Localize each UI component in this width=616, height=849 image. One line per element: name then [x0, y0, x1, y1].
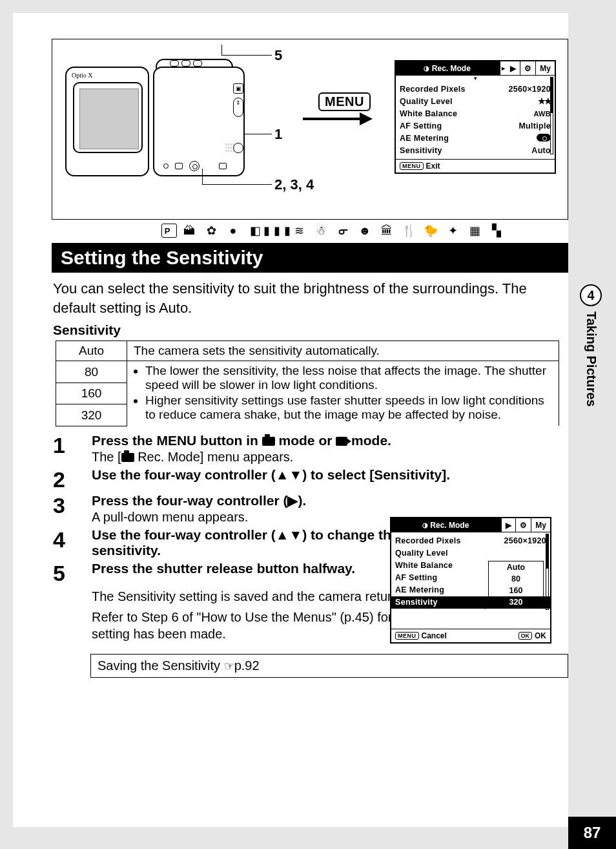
pointer-icon: ☞	[224, 660, 234, 673]
ok-button-icon	[189, 161, 200, 171]
menu-button-label: MENU	[318, 92, 371, 111]
surf-icon: ≋	[293, 224, 309, 238]
video-mode-icon	[336, 437, 347, 446]
museum-icon: 🏛	[381, 224, 396, 238]
camera-mode-icon	[121, 453, 134, 462]
flower-icon: ✿	[205, 224, 221, 238]
frame-icon: ▚	[491, 224, 506, 238]
table-row: Auto	[56, 341, 127, 361]
sport-icon: ᓂ	[337, 224, 353, 238]
callout-5: 5	[274, 47, 282, 64]
arrow-icon	[303, 114, 374, 123]
ae-metering-icon	[537, 134, 551, 142]
food-icon: 🍴	[403, 224, 418, 238]
callout-1: 1	[274, 126, 282, 143]
night-icon: ◧	[249, 224, 265, 238]
table-row: 160	[56, 383, 127, 404]
table-row: 80	[56, 361, 127, 383]
lcd-screen-sensitivity-pulldown: ◑ Rec. Mode ▶ ⚙ My Recorded Pixels2560×1…	[390, 517, 551, 644]
candle-icon: ✦	[447, 224, 462, 238]
kids-icon: ☻	[359, 224, 375, 238]
chapter-label: Taking Pictures	[584, 311, 599, 406]
panorama-icon: ▮▮▮	[271, 224, 287, 238]
section-heading: Setting the Sensitivity	[52, 243, 568, 273]
step-number: 4	[53, 527, 92, 558]
portrait-icon: ●	[227, 224, 243, 238]
page-number: 87	[568, 817, 616, 849]
mode-icon-row: P 🏔 ✿ ● ◧ ▮▮▮ ≋ ☃ ᓂ ☻ 🏛 🍴 🐤 ✦ ▦ ▚	[161, 224, 568, 238]
sensitivity-subhead: Sensitivity	[53, 322, 568, 338]
landscape-icon: 🏔	[183, 224, 199, 238]
mode-dial-icon: ▣	[233, 83, 243, 94]
callout-234: 2, 3, 4	[274, 176, 314, 193]
step-number: 5	[53, 561, 92, 584]
lcd-screen-rec-mode: ◑ Rec. Mode ▸ ▶ ⚙ My ▾ Recorded Pixels25…	[395, 60, 556, 174]
table-row: 320	[56, 404, 127, 426]
sensitivity-table: Auto The camera sets the sensitivity aut…	[56, 341, 559, 426]
intro-text: You can select the sensitivity to suit t…	[53, 279, 563, 317]
step-number: 1	[53, 433, 92, 465]
snow-icon: ☃	[315, 224, 331, 238]
zoom-rocker-icon: ⇕	[233, 98, 243, 117]
left-arrow-icon	[480, 603, 486, 609]
top-diagram: Optio X ▣ ⇕ ▫▫▫▫▫▫▫▫▫▫▫▫ 5 1	[52, 39, 568, 220]
camera-logo: Optio X	[72, 72, 93, 79]
chapter-number: 4	[580, 284, 602, 306]
cross-reference-box: Saving the Sensitivity ☞p.92	[90, 654, 568, 678]
pet-icon: 🐤	[425, 224, 440, 238]
step-number: 2	[53, 467, 92, 490]
step-number: 3	[53, 493, 92, 525]
sensitivity-pulldown: Auto 80 160 320	[488, 561, 544, 609]
camera-mode-icon	[262, 437, 275, 446]
chapter-side-tab: 4 Taking Pictures	[580, 284, 603, 439]
camera-illustration: Optio X ▣ ⇕ ▫▫▫▫▫▫▫▫▫▫▫▫	[65, 59, 259, 182]
fireworks-icon: ▦	[469, 224, 484, 238]
